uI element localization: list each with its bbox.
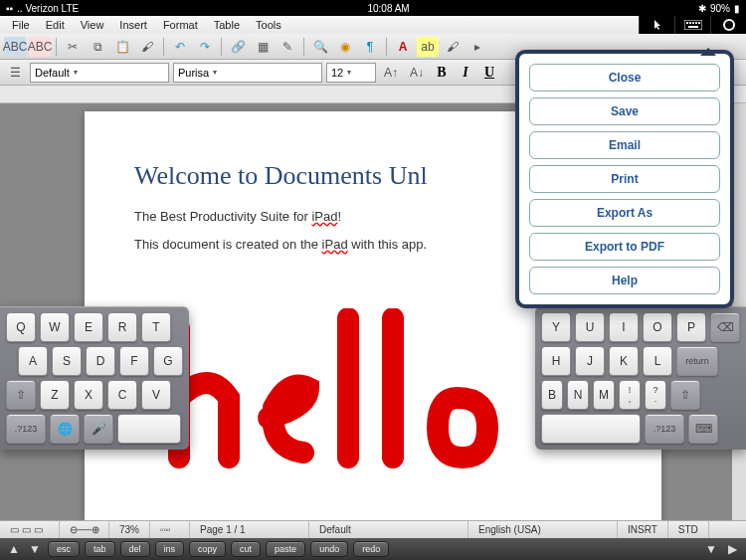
zoom-slider[interactable]: ⊖──⊕: [60, 521, 109, 538]
paint-icon[interactable]: 🖌: [442, 37, 464, 57]
menu-format[interactable]: Format: [155, 17, 206, 33]
key-exclaim-comma[interactable]: !,: [619, 380, 641, 410]
key-numbers-left[interactable]: .?123: [6, 414, 46, 444]
key-p[interactable]: P: [676, 312, 706, 342]
key-r[interactable]: R: [107, 312, 137, 342]
menu-table[interactable]: Table: [206, 17, 248, 33]
key-e[interactable]: E: [74, 312, 103, 342]
key-k[interactable]: K: [609, 346, 639, 376]
key-c[interactable]: C: [107, 380, 137, 410]
paragraph-style-combo[interactable]: Default: [30, 63, 169, 83]
cut-icon[interactable]: ✂: [62, 37, 84, 57]
key-q[interactable]: Q: [6, 312, 36, 342]
highlight-icon[interactable]: ab: [417, 37, 439, 57]
nonprinting-icon[interactable]: ¶: [359, 37, 381, 57]
paste-icon[interactable]: 📋: [111, 37, 133, 57]
language-label[interactable]: English (USA): [468, 521, 618, 538]
key-space-right[interactable]: [541, 414, 641, 444]
font-color-icon[interactable]: A: [392, 37, 414, 57]
cmd-del[interactable]: del: [120, 541, 150, 557]
key-f[interactable]: F: [119, 346, 149, 376]
key-hide-keyboard[interactable]: ⌨: [688, 414, 718, 444]
cmd-esc[interactable]: esc: [48, 541, 80, 557]
key-s[interactable]: S: [52, 346, 82, 376]
font-name-combo[interactable]: Purisa: [173, 63, 322, 83]
key-x[interactable]: X: [74, 380, 103, 410]
cmd-down-icon[interactable]: ▼: [27, 542, 43, 556]
find-icon[interactable]: 🔍: [309, 37, 331, 57]
key-shift-left[interactable]: ⇧: [6, 380, 36, 410]
more-icon[interactable]: ▸: [466, 37, 488, 57]
navigator-icon[interactable]: ◉: [334, 37, 356, 57]
page-style-label[interactable]: Default: [309, 521, 468, 538]
cmd-undo[interactable]: undo: [310, 541, 348, 557]
key-i[interactable]: I: [609, 312, 639, 342]
popover-print-button[interactable]: Print: [529, 165, 720, 193]
key-globe[interactable]: 🌐: [50, 414, 80, 444]
key-m[interactable]: M: [593, 380, 615, 410]
zoom-percent[interactable]: 73%: [109, 521, 150, 538]
key-l[interactable]: L: [643, 346, 672, 376]
key-mic[interactable]: 🎤: [84, 414, 113, 444]
popover-help-button[interactable]: Help: [529, 267, 720, 294]
key-u[interactable]: U: [575, 312, 605, 342]
cmd-redo[interactable]: redo: [353, 541, 389, 557]
table-icon[interactable]: ▦: [252, 37, 274, 57]
grow-font-icon[interactable]: A↑: [380, 63, 402, 83]
key-return[interactable]: return: [676, 346, 718, 376]
key-h[interactable]: H: [541, 346, 571, 376]
redo-icon[interactable]: ↷: [194, 37, 216, 57]
key-numbers-right[interactable]: .?123: [645, 414, 684, 444]
underline-button[interactable]: U: [479, 63, 499, 83]
hyperlink-icon[interactable]: 🔗: [227, 37, 249, 57]
selection-mode[interactable]: STD: [668, 521, 709, 538]
key-g[interactable]: G: [153, 346, 183, 376]
keyboard-toggle-button[interactable]: [674, 16, 710, 34]
view-layout-cells[interactable]: ▭ ▭ ▭: [0, 521, 60, 538]
page-indicator[interactable]: Page 1 / 1: [190, 521, 309, 538]
cmd-play-icon[interactable]: ▶: [724, 542, 740, 556]
key-backspace[interactable]: ⌫: [710, 312, 740, 342]
key-j[interactable]: J: [575, 346, 605, 376]
settings-gear-button[interactable]: [710, 16, 746, 34]
key-v[interactable]: V: [141, 380, 171, 410]
key-b[interactable]: B: [541, 380, 563, 410]
key-space-left[interactable]: [117, 414, 181, 444]
key-z[interactable]: Z: [40, 380, 70, 410]
undo-icon[interactable]: ↶: [169, 37, 191, 57]
key-n[interactable]: N: [567, 380, 589, 410]
styles-icon[interactable]: ☰: [4, 63, 26, 83]
cmd-tab[interactable]: tab: [85, 541, 115, 557]
spellcheck-icon[interactable]: ABC: [29, 37, 51, 57]
menu-edit[interactable]: Edit: [38, 17, 73, 33]
format-paintbrush-icon[interactable]: 🖌: [136, 37, 158, 57]
popover-export-pdf-button[interactable]: Export to PDF: [529, 233, 720, 261]
menu-file[interactable]: File: [4, 17, 38, 33]
view-mode-icons[interactable]: ▫▫▫: [150, 521, 190, 538]
key-w[interactable]: W: [40, 312, 70, 342]
key-question-period[interactable]: ?.: [645, 380, 666, 410]
shrink-font-icon[interactable]: A↓: [406, 63, 428, 83]
italic-button[interactable]: I: [456, 63, 475, 83]
key-y[interactable]: Y: [541, 312, 571, 342]
cmd-cut[interactable]: cut: [231, 541, 261, 557]
cmd-up-icon[interactable]: ▲: [6, 542, 22, 556]
key-shift-right[interactable]: ⇧: [670, 380, 700, 410]
drawing-icon[interactable]: ✎: [277, 37, 298, 57]
menu-tools[interactable]: Tools: [248, 17, 289, 33]
cmd-copy[interactable]: copy: [189, 541, 226, 557]
font-size-combo[interactable]: 12: [326, 63, 376, 83]
popover-close-button[interactable]: Close: [529, 64, 720, 92]
key-t[interactable]: T: [141, 312, 171, 342]
cmd-collapse-icon[interactable]: ▼: [703, 542, 719, 556]
cmd-ins[interactable]: ins: [155, 541, 185, 557]
copy-icon[interactable]: ⧉: [87, 37, 108, 57]
pointer-mode-button[interactable]: [639, 16, 674, 34]
key-o[interactable]: O: [643, 312, 672, 342]
cmd-paste[interactable]: paste: [266, 541, 305, 557]
popover-email-button[interactable]: Email: [529, 131, 720, 159]
menu-view[interactable]: View: [73, 17, 112, 33]
menu-insert[interactable]: Insert: [111, 17, 155, 33]
bold-button[interactable]: B: [432, 63, 452, 83]
key-a[interactable]: A: [18, 346, 48, 376]
